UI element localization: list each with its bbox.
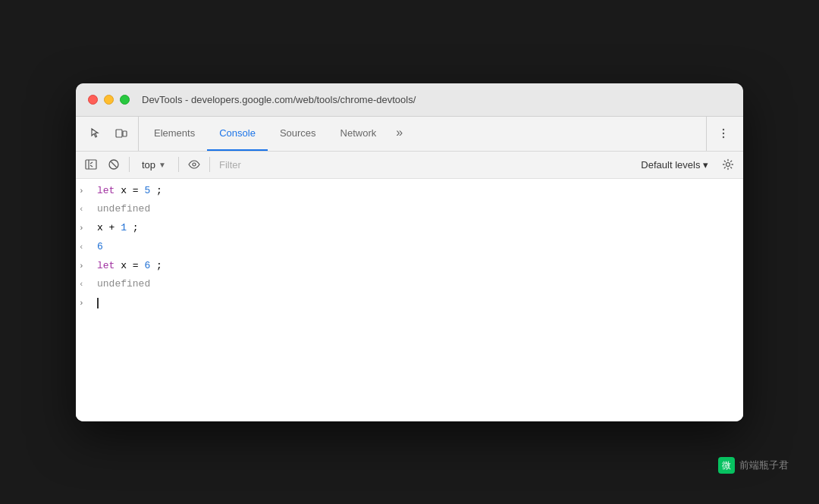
- keyword-let-1: let: [97, 185, 115, 196]
- close-button[interactable]: [88, 95, 98, 105]
- tab-console[interactable]: Console: [207, 117, 268, 151]
- code-semi-3: ;: [133, 222, 139, 233]
- inspect-element-icon[interactable]: [85, 123, 106, 144]
- svg-line-8: [90, 165, 93, 167]
- code-op-5: =: [133, 260, 139, 271]
- console-input[interactable]: [97, 296, 737, 311]
- tab-more[interactable]: »: [388, 117, 410, 151]
- window-title: DevTools - developers.google.com/web/too…: [142, 94, 731, 105]
- code-op-1: =: [133, 185, 139, 196]
- code-num-5: 6: [144, 260, 150, 271]
- levels-label: Default levels ▾: [641, 159, 708, 171]
- devtools-panel: Elements Console Sources Network »: [76, 117, 743, 421]
- devtools-window: DevTools - developers.google.com/web/too…: [76, 83, 743, 421]
- keyword-let-5: let: [97, 260, 115, 271]
- svg-line-7: [90, 162, 93, 164]
- toolbar-divider-2: [178, 157, 179, 172]
- svg-point-2: [723, 129, 724, 130]
- line-content-5: let x = 6 ;: [97, 258, 737, 274]
- console-line-5: › let x = 6 ;: [76, 257, 743, 276]
- console-line-2: ‹ undefined: [76, 200, 743, 219]
- svg-point-12: [726, 163, 730, 167]
- console-toolbar: top ▼ Default levels ▾: [76, 152, 743, 179]
- tabs-list: Elements Console Sources Network »: [142, 117, 706, 151]
- context-value: top: [142, 159, 155, 171]
- toolbar-divider-3: [209, 157, 210, 172]
- maximize-button[interactable]: [120, 95, 130, 105]
- console-line-6: ‹ undefined: [76, 275, 743, 294]
- toolbar-divider-1: [129, 157, 130, 172]
- wechat-icon: 微: [718, 457, 735, 474]
- svg-rect-1: [123, 131, 127, 136]
- context-arrow-icon: ▼: [158, 161, 166, 169]
- traffic-lights: [88, 95, 130, 105]
- tab-sources[interactable]: Sources: [268, 117, 328, 151]
- sidebar-toggle-icon[interactable]: [82, 155, 100, 174]
- console-output: › let x = 5 ; ‹ undefined › x +: [76, 179, 743, 421]
- arrow-6: ‹: [79, 277, 97, 292]
- context-select[interactable]: top ▼: [136, 158, 172, 172]
- code-text-1: x: [121, 185, 133, 196]
- console-line-7[interactable]: ›: [76, 294, 743, 313]
- line-content-1: let x = 5 ;: [97, 183, 737, 199]
- svg-point-11: [193, 163, 196, 166]
- arrow-3: ›: [79, 221, 97, 236]
- code-semi-5: ;: [156, 260, 162, 271]
- arrow-7: ›: [79, 296, 97, 311]
- clear-console-icon[interactable]: [105, 155, 123, 174]
- titlebar: DevTools - developers.google.com/web/too…: [76, 83, 743, 117]
- console-line-1: › let x = 5 ;: [76, 182, 743, 201]
- svg-point-4: [723, 136, 724, 138]
- line-content-6: undefined: [97, 277, 737, 293]
- svg-rect-0: [116, 130, 122, 137]
- arrow-1: ›: [79, 183, 97, 199]
- watermark-text: 前端瓶子君: [739, 459, 789, 472]
- arrow-2: ‹: [79, 202, 97, 217]
- code-text-5: x: [121, 260, 133, 271]
- cursor: [97, 298, 99, 308]
- tab-network[interactable]: Network: [328, 117, 389, 151]
- code-semi-1: ;: [156, 185, 162, 196]
- svg-rect-5: [86, 160, 96, 169]
- levels-button[interactable]: Default levels ▾: [635, 158, 714, 172]
- console-line-4: ‹ 6: [76, 238, 743, 257]
- code-num-1: 5: [144, 185, 150, 196]
- settings-icon[interactable]: [719, 155, 737, 174]
- minimize-button[interactable]: [104, 95, 114, 105]
- arrow-5: ›: [79, 258, 97, 274]
- code-var-3: x +: [97, 222, 121, 233]
- arrow-4: ‹: [79, 239, 97, 255]
- line-content-4: 6: [97, 239, 737, 255]
- device-toolbar-icon[interactable]: [111, 123, 132, 144]
- line-content-2: undefined: [97, 202, 737, 218]
- watermark: 微 前端瓶子君: [718, 457, 789, 474]
- eye-icon[interactable]: [185, 155, 203, 174]
- svg-point-3: [723, 133, 724, 134]
- tabs-bar: Elements Console Sources Network »: [76, 117, 743, 152]
- line-content-3: x + 1 ;: [97, 221, 737, 236]
- filter-input[interactable]: [216, 158, 630, 172]
- devtools-menu-icon[interactable]: [713, 123, 734, 144]
- tab-elements[interactable]: Elements: [142, 117, 207, 151]
- tabs-end: [706, 117, 740, 151]
- console-line-3: › x + 1 ;: [76, 219, 743, 238]
- svg-line-10: [111, 162, 117, 167]
- devtools-left-icons: [79, 117, 139, 151]
- code-num-3: 1: [121, 222, 127, 233]
